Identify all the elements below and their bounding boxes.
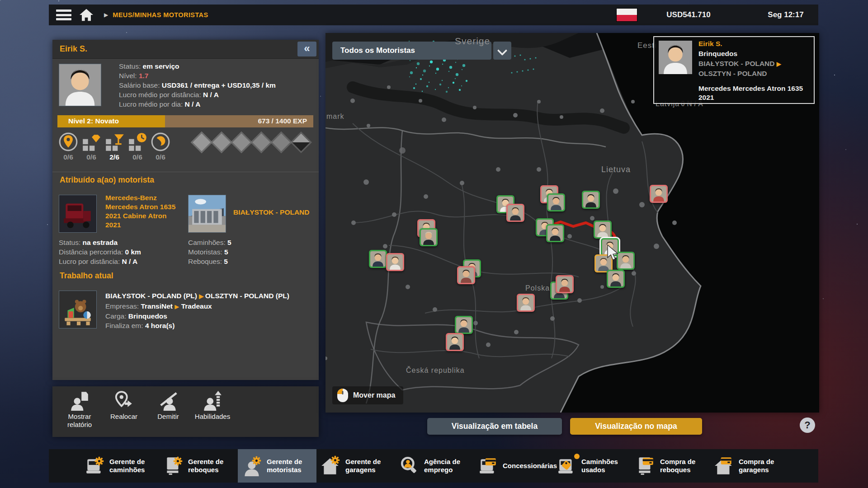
- driver-marker-red[interactable]: [386, 253, 404, 271]
- high-value-skill[interactable]: 0/6: [80, 131, 103, 161]
- urgent-skill[interactable]: 0/6: [126, 131, 149, 161]
- stat-line: Lucro por distância: N / A: [59, 257, 141, 266]
- fragile-skill-icon: [104, 131, 125, 152]
- fragile-skill[interactable]: 2/6: [103, 131, 126, 161]
- driver-marker-green[interactable]: [582, 191, 600, 209]
- toolbar-item-trailer-manager[interactable]: Gerente de reboques: [159, 449, 238, 483]
- tooltip-cargo: Brinquedos: [698, 50, 737, 58]
- job-route-from: BIAŁYSTOK - POLAND (PL): [105, 292, 197, 300]
- report-button[interactable]: Mostrar relatório: [58, 390, 101, 429]
- map-label-sverige: Sverige: [455, 36, 490, 47]
- truck-stats: Status: na estradaDistância percorrida: …: [59, 238, 141, 266]
- driver-info-line: Lucro médio por dia: N / A: [119, 99, 276, 109]
- tooltip-route-to: OLSZTYN - POLAND: [698, 70, 767, 78]
- map-label-mark: mark: [326, 113, 344, 121]
- toolbar-item-truck-manager[interactable]: Gerente de caminhões: [80, 449, 159, 483]
- dealership-icon: [477, 455, 499, 476]
- driver-marker-red[interactable]: [457, 266, 475, 284]
- driver-info-line: Nível: 1.7: [119, 71, 276, 80]
- driver-photo: [59, 64, 101, 106]
- toolbar-item-driver-manager[interactable]: Gerente de motoristas: [238, 449, 316, 483]
- job-lines: Empresas: TransiNet ▶ TradeauxCarga: Bri…: [105, 301, 212, 330]
- stat-line: Reboques: 5: [188, 257, 231, 266]
- driver-marker-red[interactable]: [506, 204, 524, 222]
- driver-marker-red[interactable]: [517, 294, 535, 312]
- cargo-thumbnail: [59, 291, 97, 328]
- driver-map-tooltip: Eirik S. Brinquedos BIAŁYSTOK - POLAND ▶…: [653, 36, 815, 104]
- level-exp: 673 / 1400 EXP: [258, 117, 307, 125]
- driver-marker-green[interactable]: [607, 270, 625, 288]
- buy-trailers-icon: [635, 455, 656, 476]
- tooltip-truck: Mercedes Mercedes Atron 1635 2021: [698, 84, 809, 102]
- driver-level-bar: Nível 2: Novato 673 / 1400 EXP: [57, 115, 313, 127]
- job-line: Finaliza em: 4 hora(s): [105, 321, 212, 330]
- adr-badge-flammable-liquids: [231, 131, 252, 153]
- truck-manager-icon: [84, 455, 106, 476]
- eco-skill[interactable]: 0/6: [149, 131, 172, 161]
- driver-marker-red[interactable]: [650, 185, 668, 203]
- trailer-manager-icon: [163, 455, 184, 476]
- high-value-skill-icon: [81, 131, 102, 152]
- route-arrow-icon: ▶: [199, 293, 205, 300]
- job-agency-icon: [399, 455, 420, 476]
- urgent-skill-icon: [127, 131, 148, 152]
- relocate-button[interactable]: Realocar: [102, 390, 146, 421]
- truck-name-link[interactable]: Mercedes-Benz Mercedes Atron 1635 2021 C…: [105, 193, 182, 230]
- skills-icon: [201, 390, 224, 411]
- menu-icon[interactable]: [56, 9, 71, 20]
- long-distance-skill[interactable]: 0/6: [57, 131, 80, 161]
- notification-dot: [574, 454, 580, 459]
- stat-line: Status: na estrada: [59, 238, 141, 247]
- job-line: Empresas: TransiNet ▶ Tradeaux: [105, 301, 212, 311]
- dismiss-button[interactable]: Demitir: [146, 390, 190, 421]
- toolbar-item-buy-trailers[interactable]: Compra de reboques: [631, 449, 710, 483]
- table-view-button[interactable]: Visualização em tabela: [427, 418, 562, 435]
- truck-thumbnail[interactable]: [59, 195, 97, 233]
- driver-info-lines: Status: em serviçoNível: 1.7Salário base…: [119, 61, 276, 109]
- toolbar-item-used-trucks[interactable]: Caminhões usados: [552, 449, 631, 483]
- collapse-panel-button[interactable]: «: [297, 42, 316, 56]
- toolbar-item-dealership[interactable]: Concessionárias: [474, 449, 552, 483]
- toolbar-item-job-agency[interactable]: Agência de emprego: [395, 449, 474, 483]
- driver-name-title: Eirik S.: [60, 44, 87, 54]
- tooltip-route-from: BIAŁYSTOK - POLAND ▶: [698, 60, 781, 68]
- driver-marker-red[interactable]: [446, 333, 464, 351]
- map-view-button[interactable]: Visualização no mapa: [570, 418, 702, 435]
- report-icon: [68, 390, 91, 411]
- chevron-down-icon[interactable]: [493, 42, 511, 60]
- driver-marker-green[interactable]: [546, 224, 564, 242]
- garage-thumbnail[interactable]: [188, 195, 226, 233]
- poland-flag-icon: [617, 9, 637, 21]
- level-label: Nível 2: Novato: [68, 117, 119, 125]
- drivers-map[interactable]: Todos os Motoristas SverigeEestimarkLiet…: [326, 33, 819, 413]
- management-toolbar: Gerente de caminhõesGerente de reboquesG…: [49, 449, 818, 483]
- skills-button[interactable]: Habilidades: [191, 390, 234, 421]
- driver-marker-green[interactable]: [420, 228, 438, 246]
- game-clock: Seg 12:17: [754, 5, 817, 25]
- toolbar-item-buy-garages[interactable]: Compra de garagens: [710, 449, 788, 483]
- driver-marker-green[interactable]: [594, 221, 612, 239]
- map-label-lietuva: Lietuva: [601, 165, 631, 174]
- home-icon[interactable]: [79, 8, 94, 22]
- adr-badge-oxidizers: [270, 131, 292, 153]
- adr-badge-gases: [211, 131, 232, 153]
- driver-info-line: Lucro médio por distância: N / A: [119, 90, 276, 99]
- mouse-icon: [337, 388, 349, 403]
- driver-marker-green[interactable]: [369, 250, 387, 268]
- driver-marker-green[interactable]: [547, 193, 565, 211]
- garage-name-link[interactable]: BIAŁYSTOK - POLAND: [233, 208, 315, 217]
- driver-marker-green[interactable]: [455, 316, 473, 334]
- tooltip-driver-photo: [659, 41, 692, 74]
- adr-badge-flammable-solids: [250, 131, 272, 153]
- current-job-heading: Trabalho atual: [60, 271, 113, 281]
- money-balance: USD541.710: [637, 5, 741, 25]
- adr-badge-corrosives: [290, 131, 312, 153]
- driver-actions-bar: Mostrar relatórioRealocarDemitirHabilida…: [52, 386, 319, 437]
- breadcrumb[interactable]: MEUS/MINHAS MOTORISTAS: [113, 11, 208, 19]
- help-button[interactable]: ?: [800, 418, 815, 433]
- driver-marker-red[interactable]: [556, 275, 574, 293]
- stat-line: Motoristas: 5: [188, 247, 231, 257]
- breadcrumb-arrow-icon: ▶: [104, 12, 108, 18]
- job-route: BIAŁYSTOK - POLAND (PL) ▶ OLSZTYN - POLA…: [105, 292, 289, 300]
- toolbar-item-garage-manager[interactable]: Gerente de garagens: [316, 449, 395, 483]
